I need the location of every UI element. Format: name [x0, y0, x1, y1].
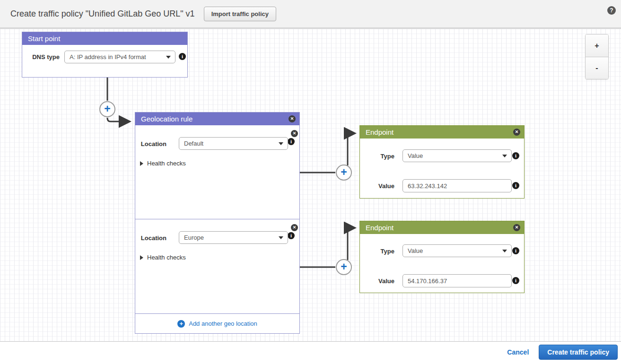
endpoint-title: Endpoint	[366, 224, 394, 232]
zoom-out-button[interactable]: -	[586, 57, 608, 79]
close-icon[interactable]: ✕	[291, 224, 298, 231]
endpoint-type-dropdown[interactable]: Value	[402, 149, 512, 162]
plus-icon: +	[177, 320, 185, 328]
geo-rule-footer: + Add another geo location	[135, 314, 299, 333]
endpoint-title: Endpoint	[366, 128, 394, 136]
zoom-control: + -	[585, 34, 609, 79]
endpoint-box-2: Endpoint ✕ Type Value i Value i	[359, 221, 525, 293]
chevron-right-icon	[140, 161, 143, 166]
cancel-button[interactable]: Cancel	[507, 348, 529, 356]
insert-rule-button[interactable]: +	[336, 165, 352, 181]
add-geo-location-link[interactable]: + Add another geo location	[177, 320, 257, 328]
import-traffic-policy-button[interactable]: Import traffic policy	[204, 7, 276, 21]
create-traffic-policy-button[interactable]: Create traffic policy	[539, 345, 618, 360]
info-icon[interactable]: i	[288, 138, 295, 145]
insert-rule-button[interactable]: +	[99, 101, 115, 117]
info-icon[interactable]: i	[179, 53, 186, 60]
chevron-right-icon	[140, 255, 143, 260]
chevron-down-icon	[279, 236, 283, 239]
endpoint-header: Endpoint ✕	[360, 126, 524, 139]
start-point-header: Start point	[22, 32, 187, 45]
help-icon[interactable]: ?	[607, 6, 616, 15]
close-icon[interactable]: ✕	[289, 115, 296, 122]
geolocation-rule-header: Geolocation rule ✕	[135, 113, 299, 125]
endpoint-body: Type Value i Value i	[360, 139, 524, 199]
location-label: Location	[135, 140, 166, 147]
info-icon[interactable]: i	[288, 232, 295, 239]
endpoint-value-input[interactable]	[402, 179, 512, 192]
value-label: Value	[360, 182, 394, 190]
endpoint-box-1: Endpoint ✕ Type Value i Value i	[359, 125, 525, 199]
close-icon[interactable]: ✕	[291, 130, 298, 137]
info-icon[interactable]: i	[512, 247, 519, 254]
zoom-in-button[interactable]: +	[586, 35, 608, 57]
info-icon[interactable]: i	[512, 277, 519, 284]
start-point-box: Start point DNS type A: IP address in IP…	[22, 32, 188, 78]
health-checks-expander[interactable]: Health checks	[140, 160, 186, 167]
footer-bar: Cancel Create traffic policy	[0, 342, 621, 362]
info-icon[interactable]: i	[512, 152, 519, 159]
dns-type-label: DNS type	[22, 53, 60, 61]
geolocation-rule-box: Geolocation rule ✕ ✕ i Location Default …	[135, 112, 300, 334]
health-checks-expander[interactable]: Health checks	[140, 254, 186, 261]
type-label: Type	[360, 153, 394, 160]
chevron-down-icon	[166, 56, 171, 59]
chevron-down-icon	[279, 142, 283, 145]
endpoint-value-input[interactable]	[402, 274, 512, 287]
location-label: Location	[135, 234, 166, 242]
geo-rule-default: ✕ i Location Default Health checks	[135, 125, 299, 219]
start-point-title: Start point	[28, 35, 60, 43]
geolocation-rule-title: Geolocation rule	[141, 115, 192, 123]
chevron-down-icon	[502, 250, 507, 252]
value-label: Value	[360, 277, 394, 285]
location-dropdown[interactable]: Europe	[179, 231, 288, 244]
type-label: Type	[360, 248, 394, 255]
endpoint-body: Type Value i Value i	[360, 234, 524, 293]
page-title: Create traffic policy "Unified GitLab Ge…	[10, 9, 195, 19]
close-icon[interactable]: ✕	[513, 224, 520, 231]
geo-rule-europe: ✕ i Location Europe Health checks	[135, 219, 299, 314]
info-icon[interactable]: i	[512, 182, 519, 189]
dns-type-dropdown[interactable]: A: IP address in IPv4 format	[64, 51, 175, 63]
top-bar: Create traffic policy "Unified GitLab Ge…	[0, 0, 621, 29]
chevron-down-icon	[502, 155, 507, 157]
endpoint-type-dropdown[interactable]: Value	[402, 244, 512, 257]
start-point-body: DNS type A: IP address in IPv4 format i	[22, 45, 187, 78]
close-icon[interactable]: ✕	[513, 129, 520, 136]
location-dropdown[interactable]: Default	[179, 137, 288, 150]
traffic-policy-canvas: + + + Start point DNS type A: IP address…	[0, 29, 621, 342]
endpoint-header: Endpoint ✕	[360, 221, 524, 234]
insert-rule-button[interactable]: +	[336, 259, 352, 275]
